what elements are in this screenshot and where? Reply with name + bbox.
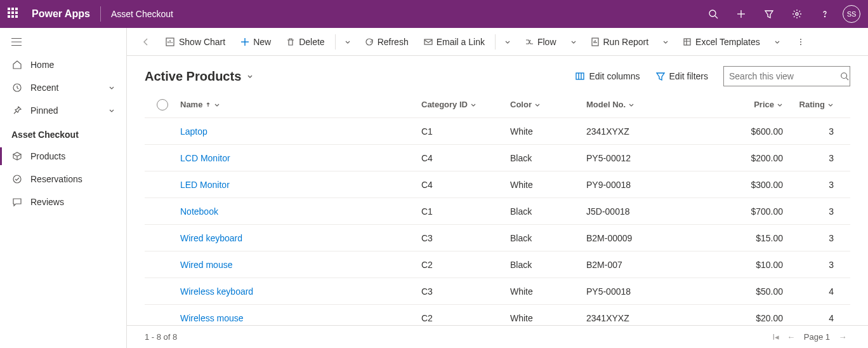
cell-price: $10.00 xyxy=(707,260,783,270)
new-button[interactable]: New xyxy=(234,32,277,52)
prev-page-button[interactable]: ← xyxy=(784,332,799,342)
table-row[interactable]: Wireless mouseC2White2341XYXZ$20.004 xyxy=(145,305,850,325)
report-icon xyxy=(591,37,600,46)
edit-filters-button[interactable]: Edit filters xyxy=(655,71,708,81)
separator xyxy=(495,34,496,50)
flow-dropdown[interactable] xyxy=(565,32,582,52)
cell-color: Black xyxy=(510,260,586,270)
cell-name[interactable]: Wired mouse xyxy=(180,260,421,270)
cell-category: C2 xyxy=(421,260,510,270)
settings-icon[interactable] xyxy=(783,0,811,28)
table-row[interactable]: NotebookC1BlackJ5D-00018$700.003 xyxy=(145,198,850,225)
pin-icon xyxy=(11,105,23,116)
search-icon[interactable] xyxy=(699,0,727,28)
cell-price: $600.00 xyxy=(707,126,783,137)
cell-name[interactable]: LCD Monitor xyxy=(180,153,421,163)
column-color[interactable]: Color xyxy=(510,100,586,109)
search-icon[interactable] xyxy=(840,72,849,81)
first-page-button[interactable]: I◂ xyxy=(768,332,784,342)
cell-rating: 3 xyxy=(783,233,834,243)
sidebar-label: Products xyxy=(30,151,65,161)
mail-icon xyxy=(424,37,433,46)
sidebar-toggle[interactable] xyxy=(0,32,126,53)
user-avatar[interactable]: SS xyxy=(843,5,860,23)
cell-name[interactable]: Wired keyboard xyxy=(180,233,421,243)
view-bar: Active Products Edit columns Edit filter… xyxy=(127,56,868,91)
sidebar-item-products[interactable]: Products xyxy=(0,145,126,168)
column-category[interactable]: Category ID xyxy=(421,100,510,109)
flow-button[interactable]: Flow xyxy=(518,32,563,52)
plus-icon xyxy=(240,37,249,46)
sidebar-item-home[interactable]: Home xyxy=(0,53,126,76)
environment-name[interactable]: Asset Checkout xyxy=(111,9,173,19)
report-dropdown[interactable] xyxy=(657,32,674,52)
cell-category: C1 xyxy=(421,206,510,217)
excel-templates-button[interactable]: Excel Templates xyxy=(676,32,766,52)
table-row[interactable]: LaptopC1White2341XYXZ$600.003 xyxy=(145,118,850,145)
delete-dropdown[interactable] xyxy=(339,32,356,52)
search-view-box[interactable] xyxy=(723,66,850,86)
delete-button[interactable]: Delete xyxy=(280,32,331,52)
email-dropdown[interactable] xyxy=(499,32,516,52)
sidebar-item-recent[interactable]: Recent xyxy=(0,76,126,99)
table-row[interactable]: LED MonitorC4WhitePY9-00018$300.003 xyxy=(145,171,850,198)
column-rating[interactable]: Rating xyxy=(783,100,834,109)
chevron-down-icon xyxy=(109,84,115,91)
column-price[interactable]: Price xyxy=(707,100,783,109)
cell-name[interactable]: LED Monitor xyxy=(180,180,421,190)
back-button[interactable] xyxy=(136,32,156,52)
cell-name[interactable]: Notebook xyxy=(180,206,421,217)
next-page-button[interactable]: → xyxy=(835,332,850,342)
more-commands[interactable] xyxy=(791,37,811,46)
excel-dropdown[interactable] xyxy=(769,32,786,52)
add-icon[interactable] xyxy=(727,0,755,28)
sidebar-label: Pinned xyxy=(30,105,58,116)
cell-name[interactable]: Wireless mouse xyxy=(180,313,421,323)
page-label: Page 1 xyxy=(804,332,830,342)
chat-icon xyxy=(11,197,23,207)
cell-model: 2341XYXZ xyxy=(586,313,707,323)
cell-model: PY9-00018 xyxy=(586,180,707,190)
column-model[interactable]: Model No. xyxy=(586,100,707,109)
app-launcher-icon[interactable] xyxy=(8,8,20,20)
run-report-button[interactable]: Run Report xyxy=(584,32,655,52)
cell-rating: 3 xyxy=(783,180,834,190)
table-row[interactable]: Wireless keyboardC3WhitePY5-00018$50.004 xyxy=(145,278,850,305)
sidebar-label: Recent xyxy=(30,83,58,93)
svg-point-15 xyxy=(800,41,801,43)
show-chart-button[interactable]: Show Chart xyxy=(159,32,232,52)
view-selector[interactable]: Active Products xyxy=(145,69,254,84)
cell-category: C3 xyxy=(421,233,510,243)
edit-columns-button[interactable]: Edit columns xyxy=(575,71,640,81)
filter-icon[interactable] xyxy=(755,0,783,28)
refresh-button[interactable]: Refresh xyxy=(358,32,415,52)
cell-rating: 3 xyxy=(783,153,834,163)
sidebar-item-reservations[interactable]: Reservations xyxy=(0,168,126,191)
help-icon[interactable] xyxy=(811,0,839,28)
svg-point-18 xyxy=(841,73,847,79)
table-row[interactable]: LCD MonitorC4BlackPY5-00012$200.003 xyxy=(145,145,850,171)
table-row[interactable]: Wired mouseC2BlackB2M-007$10.003 xyxy=(145,251,850,278)
cell-name[interactable]: Wireless keyboard xyxy=(180,286,421,297)
cell-rating: 3 xyxy=(783,260,834,270)
sidebar-label: Home xyxy=(30,60,54,70)
table-row[interactable]: Wired keyboardC3BlackB2M-00009$15.003 xyxy=(145,225,850,251)
search-input[interactable] xyxy=(729,71,840,81)
email-link-button[interactable]: Email a Link xyxy=(418,32,491,52)
cell-model: 2341XYXZ xyxy=(586,126,707,137)
sidebar-item-reviews[interactable]: Reviews xyxy=(0,191,126,213)
svg-point-5 xyxy=(824,16,825,17)
trash-icon xyxy=(286,37,295,46)
clock-icon xyxy=(11,83,23,93)
cell-rating: 4 xyxy=(783,313,834,323)
sidebar-item-pinned[interactable]: Pinned xyxy=(0,99,126,122)
select-all[interactable] xyxy=(145,99,180,110)
column-name[interactable]: Name xyxy=(180,100,421,109)
cell-name[interactable]: Laptop xyxy=(180,126,421,137)
columns-icon xyxy=(575,71,585,81)
svg-point-16 xyxy=(800,44,801,45)
cell-color: White xyxy=(510,313,586,323)
svg-point-4 xyxy=(796,13,798,15)
cell-price: $15.00 xyxy=(707,233,783,243)
app-name: Power Apps xyxy=(32,8,90,20)
